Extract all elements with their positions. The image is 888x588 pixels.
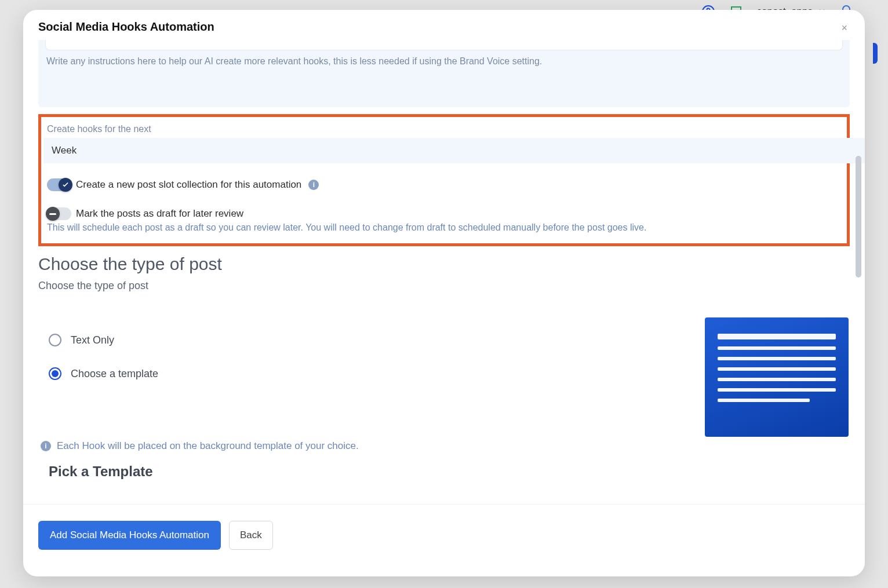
modal-body: Write any instructions here to help our …	[23, 40, 865, 504]
instructions-hint: Write any instructions here to help our …	[45, 50, 843, 67]
pick-template-title: Pick a Template	[49, 463, 850, 480]
toggle-create-collection-label: Create a new post slot collection for th…	[76, 179, 301, 191]
toggle-mark-draft-label: Mark the posts as draft for later review	[76, 208, 243, 220]
radio-group: Text Only Choose a template	[38, 306, 682, 401]
radio-choose-template[interactable]	[49, 367, 61, 380]
toggle-draft-row: Mark the posts as draft for later review	[47, 207, 841, 220]
instructions-input-bottom[interactable]	[45, 40, 843, 50]
modal-header: Social Media Hooks Automation ×	[23, 10, 865, 40]
check-icon	[59, 178, 72, 192]
preview-line	[718, 378, 836, 381]
modal-footer: Add Social Media Hooks Automation Back	[23, 504, 865, 576]
toggle-mark-draft[interactable]	[47, 207, 71, 220]
preview-line	[718, 357, 836, 360]
background-accent	[873, 43, 878, 64]
minus-icon	[46, 207, 60, 221]
radio-text-only[interactable]	[49, 334, 61, 346]
period-label: Create hooks for the next	[47, 124, 841, 134]
modal-title: Social Media Hooks Automation	[38, 20, 214, 34]
radio-choose-template-row[interactable]: Choose a template	[49, 367, 682, 380]
highlighted-settings: Create hooks for the next Week Create a …	[38, 114, 850, 246]
section-subtitle: Choose the type of post	[38, 280, 850, 292]
add-automation-button[interactable]: Add Social Media Hooks Automation	[38, 521, 221, 550]
automation-modal: Social Media Hooks Automation × Write an…	[23, 10, 865, 576]
period-value: Week	[52, 145, 865, 156]
info-icon[interactable]: i	[41, 441, 51, 451]
preview-line	[718, 388, 836, 392]
template-preview-card	[705, 317, 849, 437]
radio-choose-template-label: Choose a template	[71, 368, 158, 380]
close-icon[interactable]: ×	[839, 20, 850, 35]
info-icon[interactable]: i	[308, 180, 319, 190]
preview-line	[718, 399, 810, 402]
template-hint: Each Hook will be placed on the backgrou…	[57, 440, 359, 452]
preview-line	[718, 346, 836, 350]
preview-line	[718, 334, 836, 339]
radio-text-only-label: Text Only	[71, 334, 114, 346]
radio-text-only-row[interactable]: Text Only	[49, 334, 682, 346]
toggle-create-collection[interactable]	[47, 178, 71, 191]
period-select[interactable]: Week	[43, 138, 865, 163]
template-hint-row: i Each Hook will be placed on the backgr…	[38, 440, 850, 452]
instructions-panel: Write any instructions here to help our …	[38, 40, 850, 107]
back-button[interactable]: Back	[229, 521, 273, 550]
toggle-create-collection-row: Create a new post slot collection for th…	[47, 178, 841, 191]
preview-line	[718, 367, 836, 371]
scrollbar[interactable]	[856, 156, 861, 277]
post-type-area: Text Only Choose a template	[38, 306, 850, 437]
section-title: Choose the type of post	[38, 254, 850, 274]
toggle-mark-draft-desc: This will schedule each post as a draft …	[47, 222, 841, 233]
